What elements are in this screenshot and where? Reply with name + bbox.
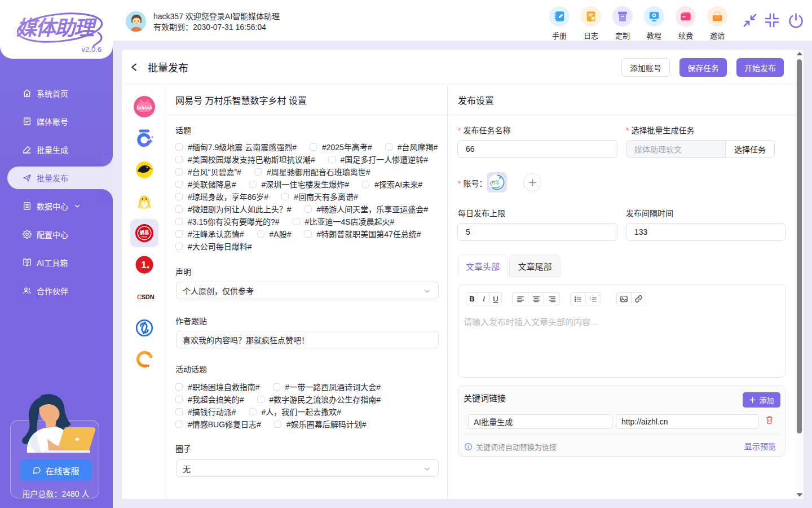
svg-text:村乐: 村乐 — [491, 179, 500, 185]
svg-text:SDN: SDN — [142, 294, 155, 300]
svg-text:1: 1 — [141, 260, 146, 270]
svg-text:網易: 網易 — [140, 230, 149, 235]
svg-text:2: 2 — [590, 297, 592, 300]
svg-text:bilibili: bilibili — [136, 104, 152, 111]
svg-text:NEWS: NEWS — [142, 236, 148, 238]
